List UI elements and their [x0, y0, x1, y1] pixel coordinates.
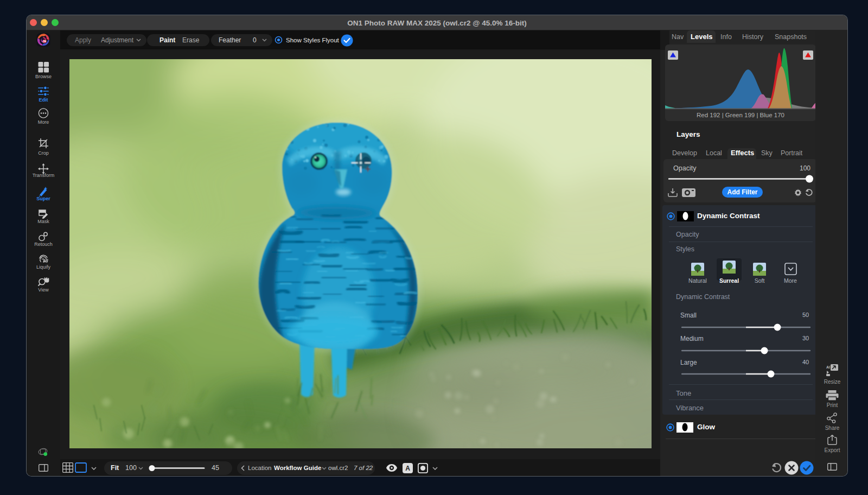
- svg-text:Red 192 | Green 199 | Blue 1: Red 192 | Green 199 | Blue 170: [697, 112, 784, 118]
- svg-text:A: A: [405, 465, 410, 472]
- svg-text:AI: AI: [826, 365, 830, 369]
- svg-text:ON: ON: [43, 40, 47, 43]
